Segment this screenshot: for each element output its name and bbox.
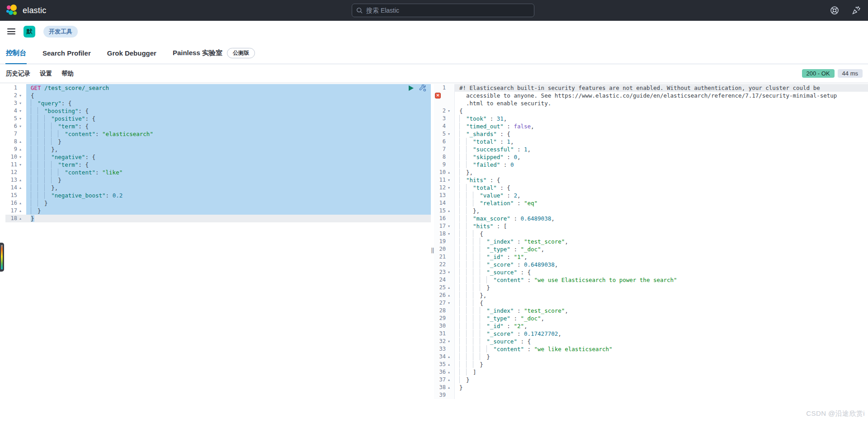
response-line[interactable]: 33"content" : "we like elasticsearch" bbox=[434, 345, 868, 353]
fold-toggle-icon[interactable]: ▾ bbox=[17, 99, 24, 107]
help-icon[interactable] bbox=[830, 6, 839, 15]
request-line[interactable]: 14▴}, bbox=[5, 184, 431, 192]
response-line[interactable]: 27▾{ bbox=[434, 299, 868, 307]
request-line[interactable]: 10▾"negative": { bbox=[5, 153, 431, 161]
response-line[interactable]: 28"_index" : "test_score", bbox=[434, 307, 868, 315]
collapsed-side-panel-handle[interactable] bbox=[0, 243, 4, 272]
response-viewer[interactable]: 1#! Elasticsearch built-in security feat… bbox=[434, 83, 868, 423]
response-line[interactable]: 15▴}, bbox=[434, 207, 868, 215]
fold-toggle-icon[interactable]: ▾ bbox=[17, 92, 24, 99]
response-line[interactable]: 11▾"hits" : { bbox=[434, 176, 868, 184]
response-line[interactable]: 35▴} bbox=[434, 361, 868, 368]
response-line[interactable]: 6"total" : 1, bbox=[434, 138, 868, 146]
response-line[interactable]: 13"value" : 2, bbox=[434, 192, 868, 199]
fold-toggle-icon[interactable]: ▴ bbox=[17, 207, 24, 215]
fold-toggle-icon[interactable]: ▾ bbox=[446, 268, 452, 276]
fold-toggle-icon[interactable]: ▾ bbox=[17, 161, 24, 169]
response-line[interactable]: 9"failed" : 0 bbox=[434, 161, 868, 169]
response-line[interactable]: 26▴}, bbox=[434, 291, 868, 299]
request-line[interactable]: 9▴}, bbox=[5, 146, 431, 153]
fold-toggle-icon[interactable]: ▴ bbox=[446, 376, 452, 384]
request-line[interactable]: 2▾{ bbox=[5, 92, 431, 99]
fold-toggle-icon[interactable]: ▴ bbox=[17, 138, 24, 146]
fold-toggle-icon[interactable]: ▾ bbox=[17, 122, 24, 130]
request-line[interactable]: 1GET /test_score/_search bbox=[5, 84, 431, 92]
menu-icon[interactable] bbox=[7, 28, 15, 34]
fold-toggle-icon[interactable]: ▾ bbox=[17, 107, 24, 115]
response-line[interactable]: 29"_type" : "_doc", bbox=[434, 315, 868, 322]
fold-toggle-icon[interactable]: ▾ bbox=[17, 115, 24, 122]
response-line[interactable]: 31"_score" : 0.17427702, bbox=[434, 330, 868, 338]
response-line[interactable]: 2▾{ bbox=[434, 107, 868, 115]
tab-painless-lab[interactable]: Painless 实验室 公测版 bbox=[172, 42, 255, 64]
fold-toggle-icon[interactable]: ▴ bbox=[446, 361, 452, 368]
request-line[interactable]: 18▴} bbox=[5, 215, 431, 222]
whats-new-icon[interactable] bbox=[852, 6, 861, 15]
response-line[interactable]: ✕ accessible to anyone. See https://www.… bbox=[434, 92, 868, 99]
response-line[interactable]: 25▴} bbox=[434, 284, 868, 291]
fold-toggle-icon[interactable]: ▴ bbox=[446, 207, 452, 215]
response-line[interactable]: 38▴} bbox=[434, 384, 868, 391]
response-line[interactable]: 20"_type" : "_doc", bbox=[434, 245, 868, 253]
help-menu[interactable]: 帮助 bbox=[61, 70, 74, 78]
fold-toggle-icon[interactable]: ▴ bbox=[17, 176, 24, 184]
response-line[interactable]: 30"_id" : "2", bbox=[434, 322, 868, 330]
fold-toggle-icon[interactable]: ▴ bbox=[446, 353, 452, 361]
request-editor[interactable]: 1GET /test_score/_search2▾{3▾"query": {4… bbox=[5, 83, 431, 423]
request-line[interactable]: 4▾"boosting": { bbox=[5, 107, 431, 115]
fold-toggle-icon[interactable]: ▴ bbox=[17, 184, 24, 192]
response-line[interactable]: 12▾"total" : { bbox=[434, 184, 868, 192]
response-line[interactable]: 24"content" : "we use Elasticsearch to p… bbox=[434, 276, 868, 284]
search-input[interactable] bbox=[366, 7, 530, 14]
request-line[interactable]: 11▾"term": { bbox=[5, 161, 431, 169]
response-line[interactable]: 34▴} bbox=[434, 353, 868, 361]
fold-toggle-icon[interactable]: ▴ bbox=[446, 384, 452, 391]
tab-grok-debugger[interactable]: Grok Debugger bbox=[107, 42, 157, 64]
fold-toggle-icon[interactable]: ▾ bbox=[446, 107, 452, 115]
request-line[interactable]: 16▴} bbox=[5, 199, 431, 207]
response-line[interactable]: 7"successful" : 1, bbox=[434, 146, 868, 153]
response-line[interactable]: 3"took" : 31, bbox=[434, 115, 868, 122]
request-line[interactable]: 6▾"term": { bbox=[5, 122, 431, 130]
fold-toggle-icon[interactable]: ▴ bbox=[446, 284, 452, 291]
request-line[interactable]: 13▴} bbox=[5, 176, 431, 184]
response-line[interactable]: 23▾"_source" : { bbox=[434, 268, 868, 276]
response-line[interactable]: 18▾{ bbox=[434, 230, 868, 238]
response-line[interactable]: 39 bbox=[434, 391, 868, 399]
response-line[interactable]: 37▴} bbox=[434, 376, 868, 384]
fold-toggle-icon[interactable]: ▴ bbox=[446, 169, 452, 176]
fold-toggle-icon[interactable]: ▾ bbox=[446, 299, 452, 307]
tab-search-profiler[interactable]: Search Profiler bbox=[42, 42, 91, 64]
request-options-wrench-icon[interactable] bbox=[419, 85, 426, 92]
history-menu[interactable]: 历史记录 bbox=[6, 70, 30, 78]
fold-toggle-icon[interactable]: ▴ bbox=[17, 215, 24, 222]
panel-resizer[interactable]: ‖ bbox=[429, 83, 434, 423]
request-line[interactable]: 15"negative_boost": 0.2 bbox=[5, 192, 431, 199]
breadcrumb-dev-tools[interactable]: 开发工具 bbox=[43, 26, 78, 38]
response-line[interactable]: 32▾"_source" : { bbox=[434, 338, 868, 345]
space-avatar[interactable]: 默 bbox=[24, 26, 35, 38]
fold-toggle-icon[interactable]: ▾ bbox=[446, 222, 452, 230]
fold-toggle-icon[interactable]: ▴ bbox=[446, 368, 452, 376]
response-line[interactable]: 19"_index" : "test_score", bbox=[434, 238, 868, 245]
fold-toggle-icon[interactable]: ▴ bbox=[446, 291, 452, 299]
fold-toggle-icon[interactable]: ▴ bbox=[17, 199, 24, 207]
request-line[interactable]: 17▴} bbox=[5, 207, 431, 215]
response-line[interactable]: 21"_id" : "1", bbox=[434, 253, 868, 261]
send-request-button[interactable] bbox=[409, 85, 414, 91]
elastic-home-link[interactable]: elastic bbox=[6, 5, 46, 16]
response-line[interactable]: .html to enable security. bbox=[434, 99, 868, 107]
fold-toggle-icon[interactable]: ▾ bbox=[446, 184, 452, 192]
fold-toggle-icon[interactable]: ▾ bbox=[17, 153, 24, 161]
response-line[interactable]: 5▾"_shards" : { bbox=[434, 130, 868, 138]
fold-toggle-icon[interactable]: ▾ bbox=[446, 130, 452, 138]
global-search[interactable] bbox=[352, 4, 534, 17]
settings-menu[interactable]: 设置 bbox=[40, 70, 52, 78]
tab-console[interactable]: 控制台 bbox=[5, 42, 27, 64]
request-line[interactable]: 3▾"query": { bbox=[5, 99, 431, 107]
request-line[interactable]: 12"content": "like" bbox=[5, 169, 431, 176]
response-line[interactable]: 8"skipped" : 0, bbox=[434, 153, 868, 161]
response-line[interactable]: 36▴] bbox=[434, 368, 868, 376]
fold-toggle-icon[interactable]: ▾ bbox=[446, 230, 452, 238]
request-line[interactable]: 5▾"positive": { bbox=[5, 115, 431, 122]
